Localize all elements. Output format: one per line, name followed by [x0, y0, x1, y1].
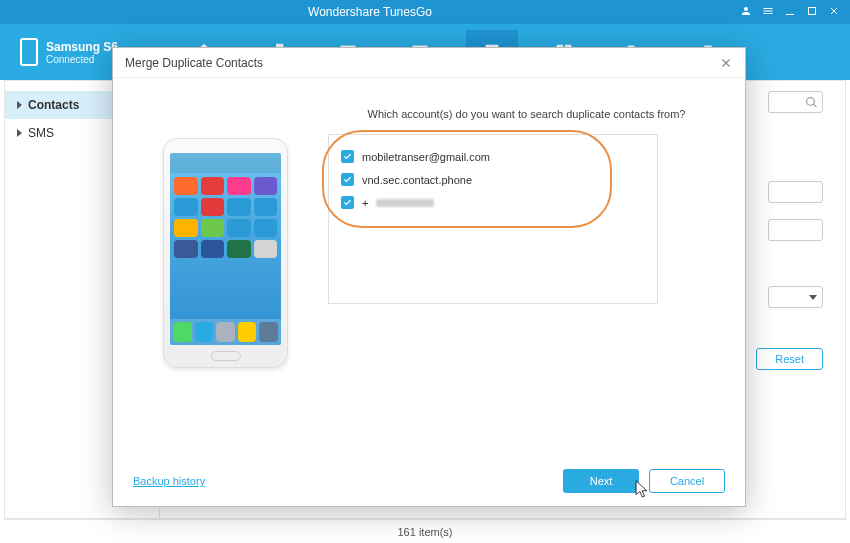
search-input[interactable] [768, 91, 823, 113]
field-2[interactable] [768, 219, 823, 241]
field-1[interactable] [768, 181, 823, 203]
checkbox[interactable] [341, 196, 354, 209]
account-label: + [362, 197, 368, 209]
window-titlebar: Wondershare TunesGo [0, 0, 850, 24]
reset-button[interactable]: Reset [756, 348, 823, 370]
sidebar-item-label: SMS [28, 126, 54, 140]
checkbox[interactable] [341, 173, 354, 186]
cancel-button[interactable]: Cancel [649, 469, 725, 493]
item-count: 161 item(s) [397, 526, 452, 538]
phone-preview [163, 138, 288, 368]
account-row[interactable]: + [339, 191, 647, 214]
device-name: Samsung S6 [46, 40, 118, 54]
redacted-text [376, 199, 434, 207]
account-row[interactable]: mobiletranser@gmail.com [339, 145, 647, 168]
caret-icon [17, 101, 22, 109]
caret-icon [17, 129, 22, 137]
search-icon [805, 96, 818, 109]
backup-history-link[interactable]: Backup history [133, 475, 205, 487]
account-label: vnd.sec.contact.phone [362, 174, 472, 186]
next-button[interactable]: Next [563, 469, 639, 493]
mouse-cursor [635, 480, 651, 504]
checkbox[interactable] [341, 150, 354, 163]
user-icon[interactable] [740, 5, 752, 20]
account-label: mobiletranser@gmail.com [362, 151, 490, 163]
phone-icon [20, 38, 38, 66]
maximize-icon[interactable] [806, 5, 818, 20]
app-title: Wondershare TunesGo [0, 5, 740, 19]
status-bar: 161 item(s) [4, 519, 846, 543]
close-icon[interactable] [719, 56, 733, 70]
dropdown[interactable] [768, 286, 823, 308]
minimize-icon[interactable] [784, 5, 796, 20]
sidebar-item-label: Contacts [28, 98, 79, 112]
dialog-question: Which account(s) do you want to search d… [328, 108, 725, 120]
account-row[interactable]: vnd.sec.contact.phone [339, 168, 647, 191]
menu-icon[interactable] [762, 5, 774, 20]
device-status: Connected [46, 54, 118, 65]
close-icon[interactable] [828, 5, 840, 20]
dialog-title: Merge Duplicate Contacts [125, 56, 263, 70]
account-list: mobiletranser@gmail.com vnd.sec.contact.… [328, 134, 658, 304]
merge-contacts-dialog: Merge Duplicate Contacts Which account(s… [112, 47, 746, 507]
